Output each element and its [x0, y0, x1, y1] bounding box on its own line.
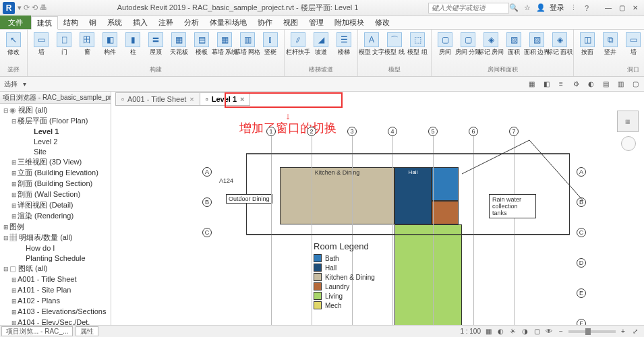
hide-icon[interactable]: 👁 — [544, 327, 554, 336]
scale-label[interactable]: 1 : 100 — [460, 328, 481, 335]
ribbon-btn-幕墙网格[interactable]: ▥幕墙 网格 — [237, 31, 258, 57]
ribbon-tab-修改[interactable]: 修改 — [370, 16, 395, 29]
tree-node[interactable]: How do I — [1, 243, 109, 253]
ribbon-tab-附加模块[interactable]: 附加模块 — [329, 16, 370, 29]
ribbon-tab-注释[interactable]: 注释 — [153, 16, 179, 29]
ribbon-tab-系统[interactable]: 系统 — [102, 16, 127, 29]
tree-node[interactable]: ⊞剖面 (Wall Section) — [1, 189, 109, 200]
zoom-out-icon[interactable]: − — [556, 327, 566, 336]
ribbon-tab-体量和场地[interactable]: 体量和场地 — [204, 16, 252, 29]
ribbon-btn-屋顶[interactable]: 〓屋顶 — [145, 31, 167, 57]
ribbon-btn-天花板[interactable]: ▦天花板 — [168, 31, 189, 57]
tree-node[interactable]: ⊟楼层平面 (Floor Plan) — [1, 116, 109, 127]
ribbon-btn-竖井[interactable]: ⧉竖井 — [599, 31, 621, 57]
ribbon-tab-结构[interactable]: 结构 — [58, 16, 84, 29]
tree-node[interactable]: Planting Schedule — [1, 253, 109, 264]
tree-node[interactable]: ⊞A103 - Elevations/Sections — [1, 307, 109, 317]
ribbon-btn-修改[interactable]: ↖修改 — [3, 31, 24, 57]
q7-icon[interactable]: ▥ — [616, 80, 625, 89]
tree-node[interactable]: Level 2 — [1, 137, 109, 147]
ribbon-tab-钢[interactable]: 钢 — [84, 16, 102, 29]
ribbon-btn-按面[interactable]: ◫按面 — [577, 31, 598, 57]
tree-node[interactable]: ⊞A101 - Site Plan — [1, 285, 109, 296]
ribbon-btn-楼梯[interactable]: ☰楼梯 — [333, 31, 355, 57]
help-icon[interactable]: ? — [582, 3, 591, 13]
tree-node[interactable]: ⊞图例 — [1, 222, 109, 233]
sun-icon[interactable]: ☀ — [508, 327, 517, 336]
ribbon-btn-模型线[interactable]: ⌒模型 线 — [384, 31, 405, 57]
ribbon-btn-门[interactable]: ⎕门 — [53, 31, 75, 57]
tree-node[interactable]: ⊞A102 - Plans — [1, 296, 109, 307]
tree-node[interactable]: Level 1 — [1, 127, 109, 137]
tree-node[interactable]: ⊞立面 (Building Elevation) — [1, 168, 109, 179]
close-tab-icon[interactable]: × — [189, 95, 194, 103]
project-browser-tree[interactable]: ⊟◉ 视图 (all)⊟楼层平面 (Floor Plan)Level 1Leve… — [0, 104, 111, 325]
exchange-icon[interactable]: ⋮ — [568, 3, 578, 13]
ribbon-tab-插入[interactable]: 插入 — [127, 16, 153, 29]
close-button[interactable]: ✕ — [629, 3, 641, 13]
tree-node[interactable]: ⊞渲染 (Rendering) — [1, 211, 109, 222]
zoom-slider[interactable] — [568, 330, 616, 333]
zoom-fit-icon[interactable]: ⤢ — [631, 327, 640, 336]
ribbon-btn-房间[interactable]: ▢房间 — [434, 31, 456, 57]
ribbon-btn-墙[interactable]: ▭墙 — [30, 31, 52, 57]
tree-node[interactable]: ⊟▢ 图纸 (all) — [1, 264, 109, 274]
vg-icon[interactable]: ◧ — [541, 80, 551, 89]
ribbon-btn-房间分隔[interactable]: ▢房间 分隔 — [457, 31, 479, 57]
nav-wheel[interactable] — [621, 136, 636, 151]
q8-icon[interactable]: ▢ — [631, 80, 640, 89]
doc-tab-A001---Title-Sheet[interactable]: ▫A001 - Title Sheet× — [115, 92, 200, 106]
tree-node[interactable]: Site — [1, 147, 109, 157]
ribbon-btn-窗[interactable]: 田窗 — [76, 31, 98, 57]
detail-level-icon[interactable]: ▦ — [484, 327, 493, 336]
doc-tab-Level-1[interactable]: ▫Level 1× — [200, 92, 251, 106]
ribbon-btn-标记房间[interactable]: ◈标记 房间 — [480, 31, 502, 57]
ribbon-btn-模型组[interactable]: ⬚模型 组 — [407, 31, 428, 57]
user-icon[interactable]: 👤 — [536, 3, 546, 13]
tree-node[interactable]: ⊞三维视图 (3D View) — [1, 157, 109, 168]
ribbon-btn-构件[interactable]: ◧构件 — [99, 31, 121, 57]
q6-icon[interactable]: ▤ — [601, 80, 610, 89]
favorite-icon[interactable]: ☆ — [523, 3, 532, 13]
login-link[interactable]: 登录 — [550, 3, 564, 13]
ribbon-btn-面积边界[interactable]: ▨面积 边界 — [526, 31, 548, 57]
shadow-icon[interactable]: ◑ — [520, 327, 529, 336]
tree-node[interactable]: ⊞详图视图 (Detail) — [1, 200, 109, 211]
tree-node[interactable]: ⊟▦ 明细表/数量 (all) — [1, 233, 109, 243]
ribbon-tab-协作[interactable]: 协作 — [252, 16, 278, 29]
tree-node[interactable]: ⊞A001 - Title Sheet — [1, 274, 109, 285]
search-icon[interactable]: 🔍 — [509, 3, 519, 13]
close-hidden-icon[interactable]: ⚙ — [571, 80, 581, 89]
maximize-button[interactable]: ▢ — [616, 3, 628, 13]
ribbon-btn-模型文字[interactable]: A模型 文字 — [361, 31, 382, 57]
ribbon-btn-栏杆扶手[interactable]: ⫽栏杆扶手 — [287, 31, 309, 57]
zoom-in-icon[interactable]: + — [618, 327, 628, 336]
ribbon-tab-管理[interactable]: 管理 — [303, 16, 329, 29]
ribbon-tab-分析[interactable]: 分析 — [179, 16, 204, 29]
ribbon-btn-柱[interactable]: ▮柱 — [122, 31, 144, 57]
ribbon-btn-坡道[interactable]: ◢坡道 — [310, 31, 332, 57]
ribbon-btn-墙[interactable]: ▭墙 — [622, 31, 644, 57]
ribbon-tab-视图[interactable]: 视图 — [278, 16, 303, 29]
tree-node[interactable]: ⊞剖面 (Building Section) — [1, 179, 109, 189]
ribbon-btn-幕墙系统[interactable]: ▦幕墙 系统 — [214, 31, 235, 57]
minimize-button[interactable]: — — [602, 3, 614, 13]
reveal-icon[interactable]: ◐ — [586, 80, 595, 89]
ribbon-btn-竖梃[interactable]: ⫿竖梃 — [260, 31, 281, 57]
file-tab[interactable]: 文件 — [0, 16, 31, 29]
visual-style-icon[interactable]: ◐ — [496, 327, 505, 336]
status-tab[interactable]: 属性 — [76, 326, 98, 336]
status-tab[interactable]: 项目浏览... - RAC_... — [1, 326, 73, 336]
close-tab-icon[interactable]: × — [240, 95, 244, 103]
dropdown-icon[interactable]: ▾ — [23, 80, 26, 88]
crop-icon[interactable]: ▢ — [532, 327, 541, 336]
drawing-viewport[interactable]: ▦ Kitchen & Dining Hall Outdoor Dining A… — [111, 106, 644, 325]
view-cube[interactable]: ▦ — [617, 111, 639, 132]
filter-icon[interactable]: ▦ — [527, 80, 536, 89]
tree-node[interactable]: ⊞A104 - Elev./Sec./Det. — [1, 317, 109, 325]
help-search-input[interactable] — [428, 3, 509, 13]
thin-lines-icon[interactable]: ≡ — [556, 80, 566, 89]
ribbon-btn-面积[interactable]: ▨面积 — [503, 31, 525, 57]
tree-node[interactable]: ⊟◉ 视图 (all) — [1, 105, 109, 116]
ribbon-btn-楼板[interactable]: ▤楼板 — [191, 31, 212, 57]
